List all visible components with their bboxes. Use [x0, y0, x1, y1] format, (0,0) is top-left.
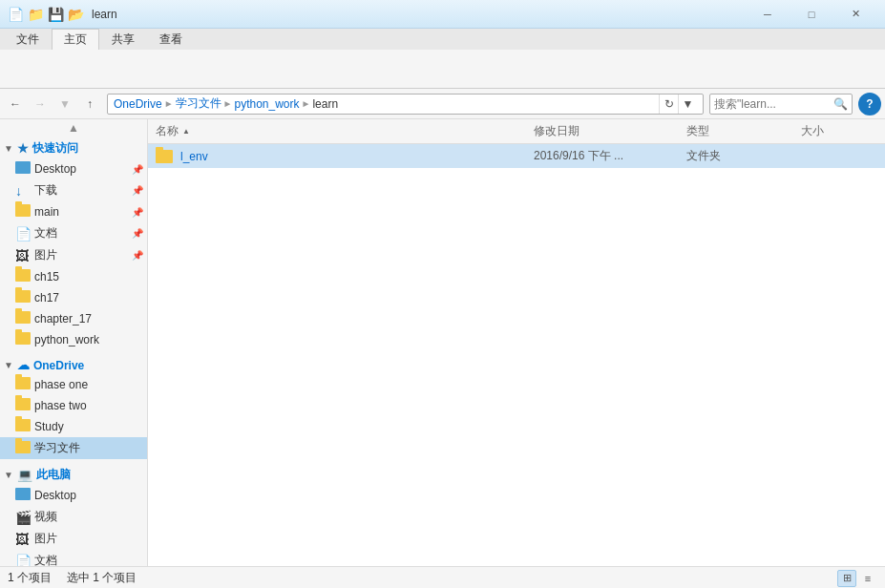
sidebar-section-quick-access[interactable]: ▼ ★ 快速访问 — [0, 136, 147, 158]
sidebar-item-ch15-label: ch15 — [34, 270, 59, 284]
sidebar-item-phase-two[interactable]: phase two — [0, 395, 147, 416]
title-bar-icons: 📄 📁 💾 📂 — [8, 7, 84, 22]
tab-share[interactable]: 共享 — [99, 29, 147, 50]
sidebar-item-ch15[interactable]: ch15 — [0, 266, 147, 287]
file-item-lenv[interactable]: l_env 2016/9/16 下午 ... 文件夹 — [148, 144, 885, 168]
folder-icon-ch15 — [15, 269, 31, 284]
refresh-button[interactable]: ↻ — [659, 94, 678, 114]
breadcrumb-current[interactable]: learn — [312, 97, 338, 111]
sidebar-item-main[interactable]: main 📌 — [0, 201, 147, 222]
help-button[interactable]: ? — [858, 93, 881, 116]
sidebar-item-pc-docs[interactable]: 📄 文档 — [0, 550, 147, 566]
sidebar: ▲ ▼ ★ 快速访问 Desktop 📌 ↓ 下载 📌 main 📌 📄 文档 — [0, 119, 148, 566]
address-bar[interactable]: OneDrive ► 学习文件 ► python_work ► learn ↻ … — [107, 94, 704, 115]
recent-button[interactable]: ▼ — [53, 93, 76, 116]
sidebar-item-video-label: 视频 — [34, 509, 57, 525]
sidebar-item-pc-desktop-label: Desktop — [34, 489, 76, 502]
sidebar-item-study-label: Study — [34, 420, 64, 433]
sidebar-item-pythonwork[interactable]: python_work — [0, 329, 147, 350]
title-bar: 📄 📁 💾 📂 learn ─ □ ✕ — [0, 0, 885, 29]
content-header: 名称 ▲ 修改日期 类型 大小 — [148, 119, 885, 144]
sidebar-item-phase-two-label: phase two — [34, 399, 87, 412]
desktop-icon — [15, 161, 31, 177]
folder-icon-phase-two — [15, 398, 31, 413]
file-date-lenv: 2016/9/16 下午 ... — [534, 148, 686, 164]
close-button[interactable]: ✕ — [833, 0, 877, 29]
view-list-button[interactable]: ≡ — [858, 570, 877, 587]
sidebar-section-thispc[interactable]: ▼ 💻 此电脑 — [0, 463, 147, 485]
sidebar-item-pc-pics-label: 图片 — [34, 531, 57, 547]
pin-icon-2: 📌 — [132, 185, 143, 196]
desktop-icon-pc — [15, 488, 31, 503]
sidebar-item-ch17[interactable]: ch17 — [0, 287, 147, 308]
quick-access-label: 快速访问 — [32, 140, 78, 157]
sidebar-item-pc-desktop[interactable]: Desktop — [0, 485, 147, 506]
ribbon-content — [0, 50, 885, 88]
folder-icon-phase-one — [15, 377, 31, 392]
window-controls: ─ □ ✕ — [746, 0, 877, 29]
ribbon: 文件 主页 共享 查看 — [0, 29, 885, 89]
quick-access-icon: ★ — [17, 141, 29, 156]
content-area: 名称 ▲ 修改日期 类型 大小 l_env 2016/9/16 下午 ... 文… — [148, 119, 885, 566]
sidebar-item-main-label: main — [34, 205, 59, 219]
tab-file[interactable]: 文件 — [4, 29, 52, 50]
col-size-header[interactable]: 大小 — [801, 123, 877, 139]
sidebar-item-download[interactable]: ↓ 下载 📌 — [0, 179, 147, 201]
folder-icon-chapter17 — [15, 311, 31, 326]
up-button[interactable]: ↑ — [78, 93, 101, 116]
sidebar-item-documents-quick[interactable]: 📄 文档 📌 — [0, 222, 147, 244]
sidebar-item-pictures-quick[interactable]: 🖼 图片 📌 — [0, 244, 147, 266]
content-list: l_env 2016/9/16 下午 ... 文件夹 — [148, 144, 885, 566]
search-icon: 🔍 — [833, 97, 848, 111]
sidebar-item-study[interactable]: Study — [0, 416, 147, 437]
download-icon: ↓ — [15, 183, 31, 199]
sidebar-section-onedrive[interactable]: ▼ ☁ OneDrive — [0, 354, 147, 374]
tab-home[interactable]: 主页 — [52, 29, 99, 50]
back-button[interactable]: ← — [4, 93, 27, 116]
folder-icon-main — [15, 204, 31, 220]
sidebar-item-phase-one[interactable]: phase one — [0, 374, 147, 395]
col-type-header[interactable]: 类型 — [686, 123, 801, 139]
toolbar: ← → ▼ ↑ OneDrive ► 学习文件 ► python_work ► … — [0, 89, 885, 119]
sidebar-item-video[interactable]: 🎬 视频 — [0, 506, 147, 528]
folder-icon-pics: 🖼 — [15, 248, 31, 263]
sort-arrow: ▲ — [182, 127, 190, 136]
sidebar-item-chapter17-label: chapter_17 — [34, 312, 92, 326]
folder-icon-xuexiwenjian — [15, 441, 31, 456]
view-grid-button[interactable]: ⊞ — [837, 570, 856, 587]
main-layout: ▲ ▼ ★ 快速访问 Desktop 📌 ↓ 下载 📌 main 📌 📄 文档 — [0, 119, 885, 566]
col-date-header[interactable]: 修改日期 — [534, 123, 686, 139]
maximize-button[interactable]: □ — [790, 0, 833, 29]
onedrive-label: OneDrive — [33, 359, 84, 372]
sidebar-item-xuexiwenjian[interactable]: 学习文件 — [0, 437, 147, 459]
folder-icon-pc-pics: 🖼 — [15, 532, 31, 547]
sidebar-item-pc-pics[interactable]: 🖼 图片 — [0, 528, 147, 550]
breadcrumb-folder2[interactable]: python_work — [235, 97, 300, 111]
dropdown-button[interactable]: ▼ — [678, 94, 697, 114]
file-name-lenv: l_env — [180, 150, 534, 163]
status-view-buttons: ⊞ ≡ — [837, 570, 877, 587]
tab-view[interactable]: 查看 — [147, 29, 195, 50]
item-count: 1 个项目 — [8, 570, 52, 586]
folder-icon-pythonwork — [15, 332, 31, 347]
folder-icon-pc-docs: 📄 — [15, 554, 31, 567]
search-input[interactable] — [714, 97, 833, 111]
minimize-button[interactable]: ─ — [746, 0, 790, 29]
sidebar-item-chapter17[interactable]: chapter_17 — [0, 308, 147, 329]
folder-icon-ch17 — [15, 290, 31, 305]
breadcrumb-folder1[interactable]: 学习文件 — [176, 95, 221, 112]
sidebar-item-desktop-quick[interactable]: Desktop 📌 — [0, 158, 147, 179]
file-type-lenv: 文件夹 — [686, 148, 801, 164]
breadcrumb-onedrive[interactable]: OneDrive — [114, 97, 162, 111]
sidebar-item-download-label: 下载 — [34, 182, 57, 199]
search-bar[interactable]: 🔍 — [709, 94, 853, 115]
folder-icon-docs: 📄 — [15, 226, 31, 242]
folder-icon-study — [15, 419, 31, 434]
computer-icon: 💻 — [17, 468, 32, 482]
window-title: learn — [92, 8, 746, 21]
pin-icon-4: 📌 — [132, 228, 143, 239]
sidebar-item-docs-label: 文档 — [34, 225, 57, 242]
forward-button[interactable]: → — [29, 93, 52, 116]
col-name-header[interactable]: 名称 ▲ — [156, 123, 534, 139]
scroll-up-indicator[interactable]: ▲ — [0, 119, 147, 136]
